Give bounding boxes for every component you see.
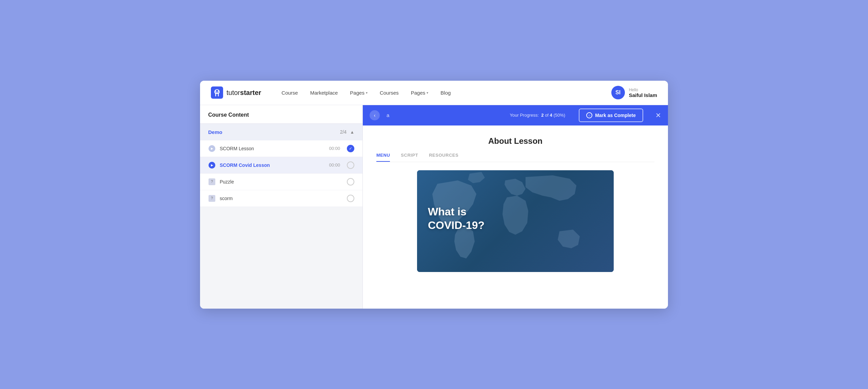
- nav-pages-2[interactable]: Pages ▾: [411, 90, 429, 96]
- nav-marketplace[interactable]: Marketplace: [310, 90, 338, 96]
- lesson-name: SCORM Covid Lesson: [220, 162, 325, 168]
- video-preview[interactable]: What is COVID-19?: [417, 170, 614, 272]
- section-title: Demo: [208, 129, 222, 135]
- sidebar-title: Course Content: [200, 105, 362, 124]
- main-nav: Course Marketplace Pages ▾ Courses Pages…: [281, 90, 611, 96]
- tab-script[interactable]: SCRIPT: [401, 153, 418, 162]
- lesson-title: About Lesson: [376, 136, 654, 146]
- content-area: ‹ a Your Progress: 2 of 4 (50%) ○ Mark a…: [363, 105, 668, 309]
- chevron-down-icon-2: ▾: [427, 91, 428, 95]
- list-item[interactable]: ▶ SCORM Lesson 00:00 ✓: [200, 140, 362, 157]
- user-hello-label: Hello: [629, 87, 657, 92]
- video-icon: ▶: [208, 145, 216, 152]
- nav-blog[interactable]: Blog: [440, 90, 451, 96]
- lesson-content: About Lesson MENU SCRIPT RESOURCES: [363, 125, 668, 309]
- lesson-time: 00:00: [329, 146, 340, 151]
- check-circle-icon: ○: [586, 112, 592, 118]
- lesson-tabs: MENU SCRIPT RESOURCES: [376, 153, 654, 162]
- mark-complete-button[interactable]: ○ Mark as Complete: [579, 109, 643, 122]
- sidebar: Course Content Demo 2/4 ▲ ▶ SCORM Lesson…: [200, 105, 363, 309]
- main-layout: Course Content Demo 2/4 ▲ ▶ SCORM Lesson…: [200, 105, 668, 309]
- completion-circle: [347, 195, 354, 202]
- svg-point-1: [216, 90, 218, 92]
- quiz-icon: ?: [208, 178, 216, 186]
- tab-resources[interactable]: RESOURCES: [429, 153, 458, 162]
- quiz-icon: ?: [208, 195, 216, 202]
- section-meta: 2/4 ▲: [340, 129, 354, 135]
- completion-check: ✓: [347, 145, 354, 152]
- progress-bar: ‹ a Your Progress: 2 of 4 (50%) ○ Mark a…: [363, 105, 668, 125]
- lesson-name: SCORM Lesson: [220, 146, 325, 151]
- avatar[interactable]: SI: [611, 86, 625, 99]
- lesson-time: 00:00: [329, 162, 340, 168]
- chevron-down-icon: ▾: [366, 91, 368, 95]
- user-name: Saiful Islam: [629, 92, 657, 98]
- progress-label: Your Progress: 2 of 4 (50%): [510, 113, 566, 118]
- lesson-name: scorm: [220, 196, 343, 201]
- nav-courses[interactable]: Courses: [380, 90, 399, 96]
- logo[interactable]: tutorstarter: [211, 86, 261, 99]
- logo-text: tutorstarter: [226, 89, 261, 97]
- header: tutorstarter Course Marketplace Pages ▾ …: [200, 81, 668, 105]
- video-text: What is COVID-19?: [428, 205, 485, 232]
- back-button[interactable]: ‹: [370, 110, 380, 120]
- completion-circle: [347, 178, 354, 186]
- nav-pages-1[interactable]: Pages ▾: [350, 90, 368, 96]
- close-button[interactable]: ✕: [655, 111, 661, 119]
- breadcrumb: a: [387, 112, 389, 118]
- user-menu: SI Hello Saiful Islam: [611, 86, 657, 99]
- user-greeting: Hello Saiful Islam: [629, 87, 657, 98]
- section-header-demo[interactable]: Demo 2/4 ▲: [200, 124, 362, 140]
- video-icon: ▶: [208, 161, 216, 169]
- list-item[interactable]: ? Puzzle: [200, 174, 362, 190]
- list-item[interactable]: ▶ SCORM Covid Lesson 00:00: [200, 157, 362, 174]
- logo-icon: [211, 86, 223, 99]
- chevron-up-icon: ▲: [350, 130, 354, 135]
- lesson-name: Puzzle: [220, 179, 343, 184]
- nav-course[interactable]: Course: [281, 90, 298, 96]
- completion-circle: [347, 161, 354, 169]
- list-item[interactable]: ? scorm: [200, 190, 362, 207]
- app-container: tutorstarter Course Marketplace Pages ▾ …: [200, 81, 668, 309]
- tab-menu[interactable]: MENU: [376, 153, 390, 162]
- section-progress: 2/4: [340, 129, 347, 135]
